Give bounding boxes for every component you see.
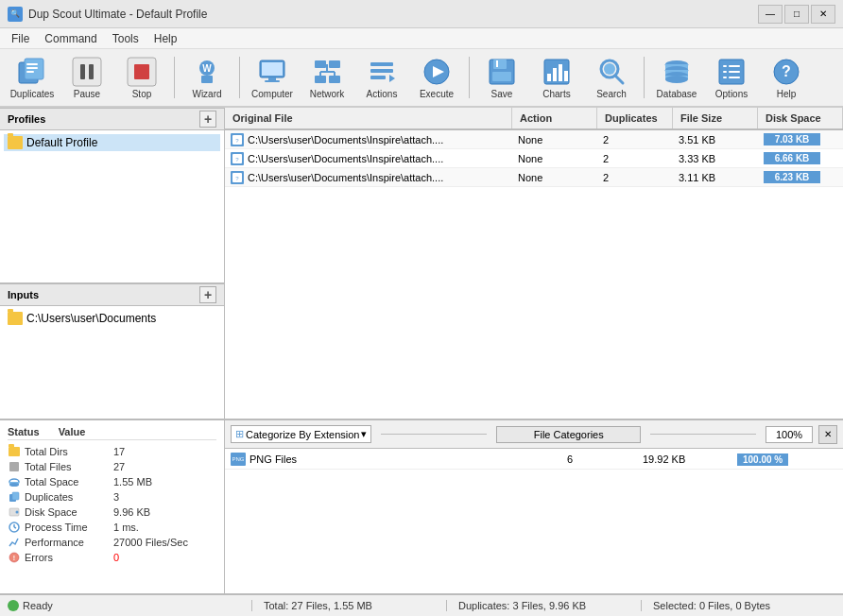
svg-rect-26 xyxy=(370,69,393,73)
td-dups-0: 2 xyxy=(597,130,673,148)
svg-rect-55 xyxy=(723,77,727,78)
categorize-dropdown[interactable]: Categorize By Extension xyxy=(246,429,359,440)
bottom-area: Status Value Total Dirs 17 Total Files 2… xyxy=(0,419,843,593)
profile-folder-icon xyxy=(8,136,23,149)
cat-close-button[interactable]: ✕ xyxy=(818,425,837,444)
stat-performance: Performance 27000 Files/Sec xyxy=(8,535,216,550)
stat-duplicates: Duplicates 3 xyxy=(8,489,216,505)
category-name: PNG Files xyxy=(249,453,297,465)
close-button[interactable]: ✕ xyxy=(811,5,835,24)
svg-rect-32 xyxy=(493,60,507,69)
table-row[interactable]: ? C:\Users\user\Documents\Inspire\attach… xyxy=(225,130,843,149)
stat-total-files-value: 27 xyxy=(113,461,125,472)
menu-tools[interactable]: Tools xyxy=(105,30,146,47)
toolbar-execute[interactable]: Execute xyxy=(410,53,463,102)
stat-errors: ! Errors 0 xyxy=(8,550,216,565)
category-row-png[interactable]: PNG PNG Files 6 19.92 KB 100.00 % xyxy=(225,449,843,470)
toolbar-actions[interactable]: Actions xyxy=(355,53,408,102)
svg-rect-2 xyxy=(26,63,38,65)
title-bar-left: 🔍 Dup Scout Ultimate - Default Profile xyxy=(8,7,207,22)
svg-rect-39 xyxy=(564,71,568,81)
input-item-documents[interactable]: C:\Users\user\Documents xyxy=(4,310,220,327)
database-label: Database xyxy=(657,89,697,99)
toolbar-options[interactable]: Options xyxy=(705,53,758,102)
status-selected: Selected: 0 Files, 0 Bytes xyxy=(641,600,835,611)
charts-icon xyxy=(542,57,572,87)
menu-command[interactable]: Command xyxy=(37,30,104,47)
stats-panel: Status Value Total Dirs 17 Total Files 2… xyxy=(0,420,225,593)
save-label: Save xyxy=(491,89,513,99)
cat-percent-button[interactable]: 100% xyxy=(766,426,813,443)
stat-process-time-value: 1 ms. xyxy=(113,522,139,533)
stat-errors-value: 0 xyxy=(113,552,119,563)
menu-help[interactable]: Help xyxy=(146,30,185,47)
disk-bar-1: 6.66 KB xyxy=(764,152,820,164)
td-action-1: None xyxy=(512,149,597,167)
stat-total-space-value: 1.55 MB xyxy=(113,476,152,488)
network-icon xyxy=(312,57,342,87)
toolbar-wizard[interactable]: W Wizard xyxy=(181,53,233,102)
toolbar-duplicates[interactable]: Duplicates xyxy=(6,53,59,102)
stat-performance-label: Performance xyxy=(25,537,110,548)
toolbar-computer[interactable]: Computer xyxy=(246,53,299,102)
th-file-size: File Size xyxy=(673,108,758,128)
options-label: Options xyxy=(715,89,748,99)
svg-rect-15 xyxy=(268,77,276,80)
stat-total-dirs-label: Total Dirs xyxy=(25,446,110,457)
svg-rect-25 xyxy=(370,62,393,66)
toolbar: Duplicates Pause Stop W Wizard Computer … xyxy=(0,49,843,108)
title-bar-controls: — □ ✕ xyxy=(758,5,835,24)
status-bar: Ready Total: 27 Files, 1.55 MB Duplicate… xyxy=(0,593,843,616)
td-disk-2: 6.23 KB xyxy=(758,168,843,186)
svg-rect-38 xyxy=(559,64,562,81)
table-row[interactable]: ? C:\Users\user\Documents\Inspire\attach… xyxy=(225,149,843,168)
svg-text:?: ? xyxy=(782,63,791,79)
svg-rect-9 xyxy=(134,64,149,79)
help-icon: ? xyxy=(771,57,801,87)
profile-item-default[interactable]: Default Profile xyxy=(4,134,220,151)
td-disk-0: 7.03 KB xyxy=(758,130,843,148)
toolbar-help[interactable]: ? Help xyxy=(760,53,813,102)
stat-disk-space-label: Disk Space xyxy=(25,506,110,518)
svg-rect-14 xyxy=(262,62,283,76)
toolbar-stop[interactable]: Stop xyxy=(115,53,168,102)
toolbar-network[interactable]: Network xyxy=(301,53,353,102)
toolbar-search[interactable]: Search xyxy=(585,53,638,102)
network-label: Network xyxy=(310,89,345,99)
td-size-2: 3.11 KB xyxy=(673,168,758,186)
pause-icon xyxy=(72,57,102,87)
td-action-2: None xyxy=(512,168,597,186)
minimize-button[interactable]: — xyxy=(758,5,783,24)
toolbar-charts[interactable]: Charts xyxy=(530,53,583,102)
actions-icon xyxy=(367,57,397,87)
td-action-0: None xyxy=(512,130,597,148)
inputs-content: C:\Users\user\Documents xyxy=(0,306,224,419)
menu-file[interactable]: File xyxy=(4,30,37,47)
menu-bar: File Command Tools Help xyxy=(0,28,843,49)
search-icon xyxy=(596,57,627,87)
svg-rect-53 xyxy=(723,71,727,73)
svg-rect-4 xyxy=(26,71,34,73)
duplicates-label: Duplicates xyxy=(10,89,55,99)
disk-space-icon xyxy=(8,505,21,519)
table-row[interactable]: ? C:\Users\user\Documents\Inspire\attach… xyxy=(225,168,843,187)
svg-rect-16 xyxy=(265,80,280,82)
toolbar-pause[interactable]: Pause xyxy=(60,53,113,102)
help-label: Help xyxy=(777,89,797,99)
inputs-add-button[interactable]: + xyxy=(199,286,216,303)
computer-label: Computer xyxy=(251,89,293,99)
profile-label: Default Profile xyxy=(26,136,97,149)
toolbar-database[interactable]: Database xyxy=(650,53,703,102)
stat-total-files-label: Total Files xyxy=(25,461,110,472)
svg-rect-19 xyxy=(315,76,326,83)
toolbar-save[interactable]: Save xyxy=(475,53,528,102)
stat-duplicates-value: 3 xyxy=(113,491,119,503)
svg-rect-52 xyxy=(729,65,740,67)
maximize-button[interactable]: □ xyxy=(784,5,809,24)
th-original-file: Original File xyxy=(225,108,512,128)
svg-text:W: W xyxy=(202,63,212,74)
profiles-add-button[interactable]: + xyxy=(199,111,216,128)
svg-rect-3 xyxy=(26,67,38,69)
table-header: Original File Action Duplicates File Siz… xyxy=(225,108,843,130)
stat-total-space: Total Space 1.55 MB xyxy=(8,474,216,489)
